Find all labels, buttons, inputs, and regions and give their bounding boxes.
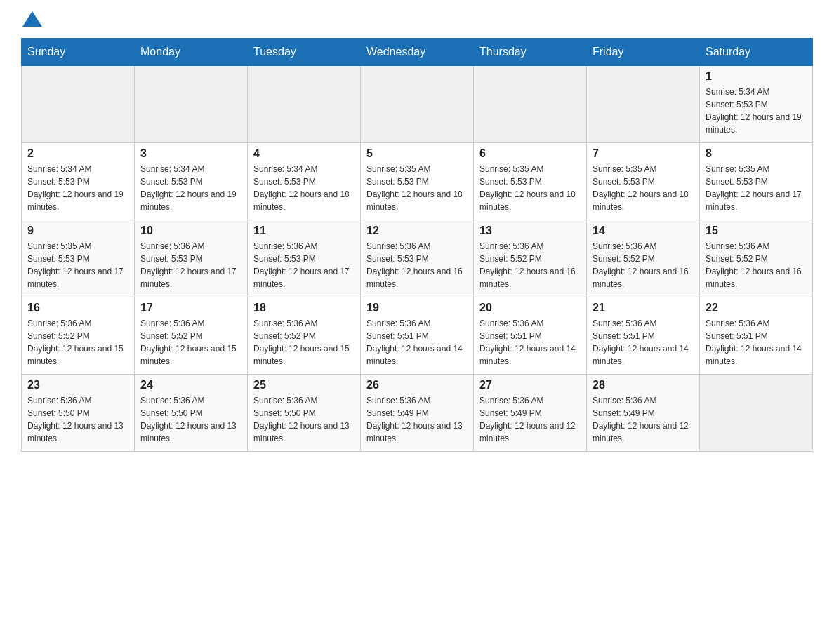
calendar-cell: 24Sunrise: 5:36 AMSunset: 5:50 PMDayligh…	[135, 375, 248, 452]
logo	[21, 14, 42, 25]
calendar-cell: 20Sunrise: 5:36 AMSunset: 5:51 PMDayligh…	[474, 297, 587, 375]
calendar-cell: 8Sunrise: 5:35 AMSunset: 5:53 PMDaylight…	[700, 143, 813, 220]
calendar-cell: 28Sunrise: 5:36 AMSunset: 5:49 PMDayligh…	[587, 375, 700, 452]
calendar-cell: 12Sunrise: 5:36 AMSunset: 5:53 PMDayligh…	[361, 220, 474, 297]
page-header	[21, 14, 813, 25]
day-info: Sunrise: 5:36 AMSunset: 5:51 PMDaylight:…	[366, 317, 468, 368]
calendar-cell	[474, 66, 587, 143]
day-number: 2	[27, 147, 128, 160]
day-info: Sunrise: 5:36 AMSunset: 5:52 PMDaylight:…	[479, 240, 581, 290]
day-number: 8	[706, 147, 807, 160]
day-number: 15	[706, 224, 807, 237]
day-number: 13	[479, 224, 581, 237]
calendar-cell: 7Sunrise: 5:35 AMSunset: 5:53 PMDaylight…	[587, 143, 700, 220]
day-header-friday: Friday	[587, 39, 700, 66]
calendar-cell: 1Sunrise: 5:34 AMSunset: 5:53 PMDaylight…	[700, 66, 813, 143]
day-info: Sunrise: 5:34 AMSunset: 5:53 PMDaylight:…	[140, 163, 241, 213]
calendar-cell: 15Sunrise: 5:36 AMSunset: 5:52 PMDayligh…	[700, 220, 813, 297]
day-number: 16	[27, 302, 128, 314]
day-number: 4	[253, 147, 355, 160]
day-header-thursday: Thursday	[474, 39, 587, 66]
day-header-wednesday: Wednesday	[361, 39, 474, 66]
day-header-saturday: Saturday	[700, 39, 813, 66]
day-number: 20	[479, 302, 581, 314]
day-number: 24	[140, 379, 241, 391]
day-info: Sunrise: 5:36 AMSunset: 5:50 PMDaylight:…	[253, 394, 355, 445]
day-header-monday: Monday	[135, 39, 248, 66]
calendar-cell: 4Sunrise: 5:34 AMSunset: 5:53 PMDaylight…	[248, 143, 361, 220]
calendar-cell: 26Sunrise: 5:36 AMSunset: 5:49 PMDayligh…	[361, 375, 474, 452]
day-info: Sunrise: 5:36 AMSunset: 5:52 PMDaylight:…	[253, 317, 355, 368]
calendar-cell: 25Sunrise: 5:36 AMSunset: 5:50 PMDayligh…	[248, 375, 361, 452]
day-number: 19	[366, 302, 468, 314]
day-info: Sunrise: 5:35 AMSunset: 5:53 PMDaylight:…	[706, 163, 807, 213]
calendar-cell: 10Sunrise: 5:36 AMSunset: 5:53 PMDayligh…	[135, 220, 248, 297]
calendar-cell	[700, 375, 813, 452]
day-header-sunday: Sunday	[22, 39, 135, 66]
day-info: Sunrise: 5:36 AMSunset: 5:51 PMDaylight:…	[706, 317, 807, 368]
day-number: 14	[593, 224, 694, 237]
day-info: Sunrise: 5:36 AMSunset: 5:51 PMDaylight:…	[593, 317, 694, 368]
day-info: Sunrise: 5:36 AMSunset: 5:53 PMDaylight:…	[140, 240, 241, 290]
calendar-table: SundayMondayTuesdayWednesdayThursdayFrid…	[21, 38, 813, 452]
day-info: Sunrise: 5:35 AMSunset: 5:53 PMDaylight:…	[27, 240, 128, 290]
day-info: Sunrise: 5:36 AMSunset: 5:52 PMDaylight:…	[140, 317, 241, 368]
logo-triangle-icon	[22, 11, 42, 27]
day-number: 12	[366, 224, 468, 237]
calendar-cell: 2Sunrise: 5:34 AMSunset: 5:53 PMDaylight…	[22, 143, 135, 220]
day-number: 27	[479, 379, 581, 391]
day-info: Sunrise: 5:36 AMSunset: 5:49 PMDaylight:…	[593, 394, 694, 445]
week-row-4: 16Sunrise: 5:36 AMSunset: 5:52 PMDayligh…	[22, 297, 813, 375]
day-info: Sunrise: 5:36 AMSunset: 5:50 PMDaylight:…	[27, 394, 128, 445]
calendar-cell: 14Sunrise: 5:36 AMSunset: 5:52 PMDayligh…	[587, 220, 700, 297]
day-number: 17	[140, 302, 241, 314]
calendar-cell: 3Sunrise: 5:34 AMSunset: 5:53 PMDaylight…	[135, 143, 248, 220]
calendar-cell	[22, 66, 135, 143]
day-info: Sunrise: 5:34 AMSunset: 5:53 PMDaylight:…	[706, 86, 807, 136]
day-number: 21	[593, 302, 694, 314]
day-number: 23	[27, 379, 128, 391]
week-row-1: 1Sunrise: 5:34 AMSunset: 5:53 PMDaylight…	[22, 66, 813, 143]
calendar-cell	[248, 66, 361, 143]
day-info: Sunrise: 5:36 AMSunset: 5:53 PMDaylight:…	[253, 240, 355, 290]
calendar-cell	[587, 66, 700, 143]
day-number: 3	[140, 147, 241, 160]
day-info: Sunrise: 5:35 AMSunset: 5:53 PMDaylight:…	[479, 163, 581, 213]
calendar-cell: 11Sunrise: 5:36 AMSunset: 5:53 PMDayligh…	[248, 220, 361, 297]
week-row-5: 23Sunrise: 5:36 AMSunset: 5:50 PMDayligh…	[22, 375, 813, 452]
calendar-cell: 21Sunrise: 5:36 AMSunset: 5:51 PMDayligh…	[587, 297, 700, 375]
week-row-2: 2Sunrise: 5:34 AMSunset: 5:53 PMDaylight…	[22, 143, 813, 220]
day-number: 25	[253, 379, 355, 391]
calendar-cell: 23Sunrise: 5:36 AMSunset: 5:50 PMDayligh…	[22, 375, 135, 452]
calendar-cell: 5Sunrise: 5:35 AMSunset: 5:53 PMDaylight…	[361, 143, 474, 220]
day-number: 22	[706, 302, 807, 314]
day-header-tuesday: Tuesday	[248, 39, 361, 66]
calendar-cell	[135, 66, 248, 143]
day-info: Sunrise: 5:34 AMSunset: 5:53 PMDaylight:…	[253, 163, 355, 213]
calendar-cell: 9Sunrise: 5:35 AMSunset: 5:53 PMDaylight…	[22, 220, 135, 297]
day-number: 9	[27, 224, 128, 237]
day-number: 1	[706, 70, 807, 83]
calendar-cell: 18Sunrise: 5:36 AMSunset: 5:52 PMDayligh…	[248, 297, 361, 375]
day-info: Sunrise: 5:36 AMSunset: 5:50 PMDaylight:…	[140, 394, 241, 445]
calendar-cell: 27Sunrise: 5:36 AMSunset: 5:49 PMDayligh…	[474, 375, 587, 452]
header-row: SundayMondayTuesdayWednesdayThursdayFrid…	[22, 39, 813, 66]
calendar-cell: 13Sunrise: 5:36 AMSunset: 5:52 PMDayligh…	[474, 220, 587, 297]
day-info: Sunrise: 5:36 AMSunset: 5:49 PMDaylight:…	[366, 394, 468, 445]
day-info: Sunrise: 5:36 AMSunset: 5:52 PMDaylight:…	[706, 240, 807, 290]
week-row-3: 9Sunrise: 5:35 AMSunset: 5:53 PMDaylight…	[22, 220, 813, 297]
day-info: Sunrise: 5:35 AMSunset: 5:53 PMDaylight:…	[593, 163, 694, 213]
day-number: 5	[366, 147, 468, 160]
day-info: Sunrise: 5:35 AMSunset: 5:53 PMDaylight:…	[366, 163, 468, 213]
day-number: 6	[479, 147, 581, 160]
day-info: Sunrise: 5:36 AMSunset: 5:49 PMDaylight:…	[479, 394, 581, 445]
day-number: 7	[593, 147, 694, 160]
day-number: 28	[593, 379, 694, 391]
day-info: Sunrise: 5:36 AMSunset: 5:53 PMDaylight:…	[366, 240, 468, 290]
day-info: Sunrise: 5:34 AMSunset: 5:53 PMDaylight:…	[27, 163, 128, 213]
day-number: 11	[253, 224, 355, 237]
calendar-cell: 19Sunrise: 5:36 AMSunset: 5:51 PMDayligh…	[361, 297, 474, 375]
day-number: 18	[253, 302, 355, 314]
calendar-cell: 22Sunrise: 5:36 AMSunset: 5:51 PMDayligh…	[700, 297, 813, 375]
day-info: Sunrise: 5:36 AMSunset: 5:51 PMDaylight:…	[479, 317, 581, 368]
